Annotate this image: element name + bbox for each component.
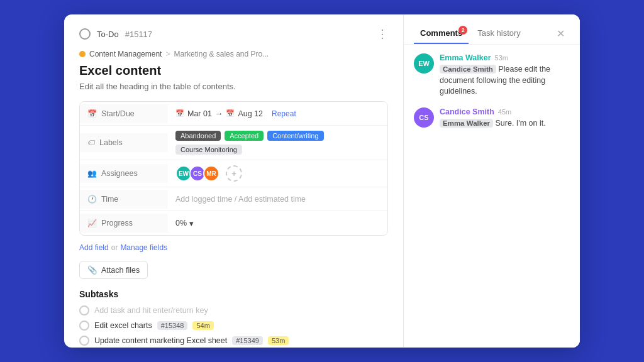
tab-comments[interactable]: Comments 2	[414, 23, 469, 44]
label-content[interactable]: Content/writing	[267, 131, 323, 141]
breadcrumb-separator: >	[165, 50, 170, 58]
subtasks-section: Subtasks Add task and hit enter/return k…	[79, 289, 388, 346]
subtask-item-2: Update content marketing Excel sheet #15…	[79, 336, 388, 346]
comment-author-row-2: Candice Smith 45m	[440, 107, 546, 116]
comment-author-1: Emma Walker	[440, 53, 491, 62]
kebab-menu-icon[interactable]: ⋮	[377, 27, 388, 41]
avatar-group: EW CS MR	[175, 165, 219, 182]
field-label-labels: 🏷 Labels	[80, 133, 168, 152]
comment-text-2: Emma Walker Sure. I'm on it.	[440, 118, 546, 129]
field-value-start-due[interactable]: 📅 Mar 01 → 📅 Aug 12 Repeat	[168, 104, 387, 123]
status-circle	[79, 28, 91, 40]
avatar-mr: MR	[203, 165, 219, 182]
right-header: Comments 2 Task history ✕	[404, 14, 580, 45]
comment-text-1: Candice Smith Please edit the document f…	[440, 64, 570, 97]
avatar-candice: CS	[414, 107, 434, 128]
clock-icon: 🕐	[87, 195, 97, 204]
breadcrumb-parent[interactable]: Content Management	[89, 50, 162, 58]
subtask-input-placeholder[interactable]: Add task and hit enter/return key	[94, 306, 208, 315]
subtask-item-1: Edit excel charts #15348 54m	[79, 321, 388, 331]
comment-body-1: Emma Walker 53m Candice Smith Please edi…	[440, 53, 570, 97]
task-description: Edit all the heading in the table of con…	[79, 82, 388, 91]
field-value-time[interactable]: Add logged time / Add estimated time	[168, 190, 387, 209]
avatar-emma: EW	[414, 53, 434, 74]
right-panel: Comments 2 Task history ✕ EW Emma Walker…	[404, 14, 580, 348]
breadcrumb-dot	[79, 51, 86, 57]
subtask-circle-2	[79, 336, 89, 346]
subtask-time-1: 54m	[192, 321, 213, 330]
field-value-progress[interactable]: 0% ▾	[168, 214, 387, 233]
tab-history-label: Task history	[477, 28, 521, 38]
tab-task-history[interactable]: Task history	[471, 23, 527, 44]
label-course[interactable]: Course Monitoring	[175, 145, 242, 155]
comment-author-row-1: Emma Walker 53m	[440, 53, 570, 62]
comment-item-1: EW Emma Walker 53m Candice Smith Please …	[414, 53, 570, 97]
field-row-assignees: 👥 Assignees EW CS MR +	[80, 160, 387, 187]
subtask-time-2: 53m	[268, 336, 289, 345]
close-button[interactable]: ✕	[552, 25, 570, 42]
fields-table: 📅 Start/Due 📅 Mar 01 → 📅 Aug 12 Repeat	[79, 101, 388, 236]
repeat-link[interactable]: Repeat	[272, 109, 296, 118]
comment-content-2: Sure. I'm on it.	[495, 119, 545, 128]
task-header: To-Do #15117 ⋮	[79, 27, 388, 41]
calendar-icon-sm: 📅	[175, 109, 184, 118]
field-row-labels: 🏷 Labels Abandoned Accepted Content/writ…	[80, 126, 387, 160]
field-value-labels: Abandoned Accepted Content/writing Cours…	[168, 126, 387, 160]
progress-icon: 📈	[87, 219, 97, 228]
field-row-time: 🕐 Time Add logged time / Add estimated t…	[80, 187, 387, 211]
task-header-left: To-Do #15117	[79, 28, 152, 40]
status-label: To-Do	[97, 30, 119, 39]
field-label-start-due: 📅 Start/Due	[80, 104, 168, 123]
attach-files-button[interactable]: 📎 Attach files	[79, 261, 148, 279]
subtasks-title: Subtasks	[79, 289, 388, 299]
subtask-label-2: Update content marketing Excel sheet	[94, 336, 227, 345]
subtask-circle-1	[79, 321, 89, 331]
subtask-id-1: #15348	[157, 321, 188, 330]
field-row-start-due: 📅 Start/Due 📅 Mar 01 → 📅 Aug 12 Repeat	[80, 102, 387, 126]
paperclip-icon: 📎	[87, 265, 97, 275]
tabs-row: Comments 2 Task history	[414, 23, 527, 44]
progress-value: 0% ▾	[175, 219, 194, 228]
start-date: Mar 01	[187, 109, 212, 118]
subtask-input-circle	[79, 305, 89, 315]
subtask-input-row: Add task and hit enter/return key	[79, 305, 388, 315]
comment-time-2: 45m	[498, 108, 511, 116]
comment-author-2: Candice Smith	[440, 107, 494, 116]
task-id: #15117	[125, 30, 152, 39]
comments-badge: 2	[458, 26, 467, 35]
date-range: 📅 Mar 01 → 📅 Aug 12	[175, 109, 263, 118]
or-text: or	[111, 243, 118, 252]
time-placeholder: Add logged time / Add estimated time	[175, 195, 306, 204]
calendar-icon-sm2: 📅	[226, 109, 235, 118]
field-label-assignees: 👥 Assignees	[80, 164, 168, 183]
task-title: Excel content	[79, 63, 388, 78]
calendar-icon: 📅	[87, 109, 97, 118]
date-arrow: →	[215, 109, 223, 118]
subtask-label-1: Edit excel charts	[94, 321, 152, 330]
field-label-time: 🕐 Time	[80, 190, 168, 209]
tab-comments-label: Comments	[420, 28, 462, 38]
mention-emma: Emma Walker	[440, 119, 493, 128]
label-abandoned[interactable]: Abandoned	[175, 131, 221, 141]
end-date: Aug 12	[238, 109, 263, 118]
comment-body-2: Candice Smith 45m Emma Walker Sure. I'm …	[440, 107, 546, 129]
mention-candice: Candice Smith	[440, 65, 496, 74]
field-row-progress: 📈 Progress 0% ▾	[80, 211, 387, 235]
left-panel: To-Do #15117 ⋮ Content Management > Mark…	[64, 14, 404, 348]
assignees-icon: 👥	[87, 169, 97, 178]
comment-time-1: 53m	[495, 54, 508, 62]
label-accepted[interactable]: Accepted	[225, 131, 264, 141]
subtask-id-2: #15349	[232, 336, 263, 345]
chevron-down-icon: ▾	[189, 219, 194, 228]
add-assignee-button[interactable]: +	[226, 165, 242, 182]
field-value-assignees: EW CS MR +	[168, 160, 387, 187]
add-field-row: Add field or Manage fields	[79, 243, 388, 252]
manage-fields-link[interactable]: Manage fields	[120, 243, 167, 252]
breadcrumb-child: Marketing & sales and Pro...	[174, 50, 269, 58]
comments-list: EW Emma Walker 53m Candice Smith Please …	[404, 45, 580, 348]
field-label-progress: 📈 Progress	[80, 214, 168, 233]
breadcrumb: Content Management > Marketing & sales a…	[79, 50, 388, 58]
add-field-link[interactable]: Add field	[79, 243, 109, 252]
attach-files-label: Attach files	[101, 266, 140, 275]
comment-item-2: CS Candice Smith 45m Emma Walker Sure. I…	[414, 107, 570, 129]
